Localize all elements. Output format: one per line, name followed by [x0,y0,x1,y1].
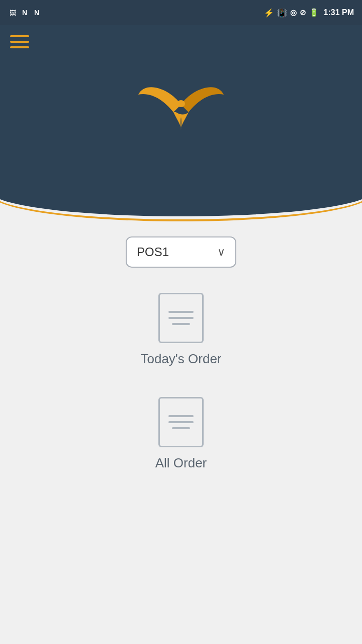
all-order-label: All Order [155,455,207,471]
today-order-icon-box [158,293,204,343]
bird-logo [136,74,226,147]
hamburger-line-1 [10,35,29,37]
main-content: POS1 ∨ Today's Order All Order [0,196,362,644]
icon-line-2 [168,421,194,423]
clock: 1:31 PM [324,8,354,17]
icon-line-3 [172,323,190,325]
wifi-icon: ◎ [290,8,297,17]
image-icon: 🖼 [8,9,17,16]
notification-n2-icon: N [32,9,41,16]
all-order-card[interactable]: All Order [155,397,207,471]
today-order-card[interactable]: Today's Order [140,293,221,367]
icon-line-1 [168,415,194,417]
notification-n-icon: N [20,9,29,16]
pos-dropdown-value: POS1 [137,245,169,259]
hamburger-line-3 [10,46,29,48]
status-bar-right: ⚡ 📳 ◎ ⊘ 🔋 1:31 PM [264,8,354,18]
chevron-down-icon: ∨ [217,246,225,259]
battery-icon: 🔋 [309,8,319,17]
vibrate-icon: 📳 [277,8,287,18]
icon-line-1 [168,311,194,313]
icon-line-3 [172,427,190,429]
status-bar: 🖼 N N ⚡ 📳 ◎ ⊘ 🔋 1:31 PM [0,0,362,25]
bluetooth-icon: ⚡ [264,8,274,18]
hamburger-line-2 [10,41,29,43]
header-section [0,25,362,196]
signal-off-icon: ⊘ [300,8,306,17]
svg-point-0 [177,100,185,107]
today-order-label: Today's Order [140,351,221,367]
status-bar-left: 🖼 N N [8,9,41,16]
pos-dropdown[interactable]: POS1 ∨ [126,236,236,268]
all-order-icon-box [158,397,204,447]
icon-line-2 [168,317,194,319]
hamburger-menu-button[interactable] [10,35,29,48]
